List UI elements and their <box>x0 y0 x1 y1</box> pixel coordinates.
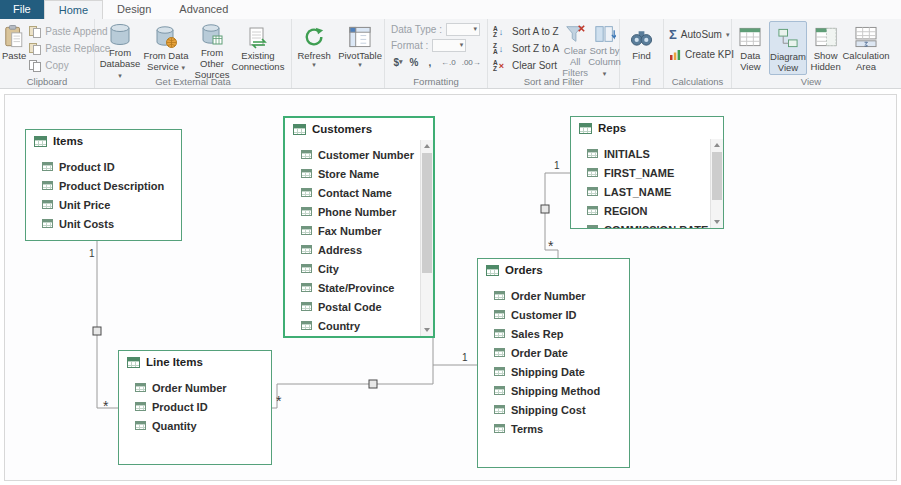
group-label-get-external-data: Get External Data <box>95 76 291 87</box>
data-view-button[interactable]: Data View <box>734 21 767 75</box>
table-icon <box>486 265 499 276</box>
field-row[interactable]: COMMISSION RATE <box>587 220 723 229</box>
paste-button[interactable]: Paste <box>2 21 26 75</box>
field-row[interactable]: Sales Rep <box>494 324 629 343</box>
field-row[interactable]: Unit Price <box>42 195 181 214</box>
field-grid-icon <box>587 206 598 215</box>
table-customers[interactable]: Customers Customer Number Store Name Con… <box>283 116 435 338</box>
sort-a-to-z-button[interactable]: AZ↓ Sort A to Z <box>490 24 562 39</box>
field-row[interactable]: Store Name <box>301 164 433 183</box>
field-row[interactable]: Contact Name <box>301 183 433 202</box>
scroll-up-icon[interactable] <box>421 140 433 152</box>
field-row[interactable]: LAST_NAME <box>587 182 723 201</box>
table-reps-header[interactable]: Reps <box>571 117 723 139</box>
table-items[interactable]: Items Product ID Product Description Uni… <box>25 129 182 241</box>
currency-format-button[interactable]: $▾ <box>391 55 405 70</box>
calculation-area-button[interactable]: Calculation Area <box>844 21 888 75</box>
field-row[interactable]: City <box>301 259 433 278</box>
field-row[interactable]: Unit Costs <box>42 214 181 233</box>
group-sort-filter: AZ↓ Sort A to Z ZA↓ Sort Z to A AZ× Clea… <box>488 19 620 88</box>
from-database-button[interactable]: From Database ▾ <box>97 21 143 75</box>
table-customers-header[interactable]: Customers <box>285 118 433 140</box>
field-row[interactable]: Address <box>301 240 433 259</box>
svg-text:1: 1 <box>554 160 560 171</box>
table-orders[interactable]: Orders Order Number Customer ID Sales Re… <box>477 258 630 468</box>
diagram-view-button[interactable]: Diagram View <box>769 21 808 75</box>
field-row[interactable]: Product ID <box>135 397 271 416</box>
field-row[interactable]: INITIALS <box>587 144 723 163</box>
sort-by-column-label-2: Column ▾ <box>588 56 621 78</box>
sort-by-column-button[interactable]: Sort by Column ▾ <box>588 21 621 75</box>
scroll-down-icon[interactable] <box>711 216 723 228</box>
clear-sort-icon: AZ× <box>493 60 508 72</box>
field-row[interactable]: Product ID <box>42 157 181 176</box>
increase-decimal-button[interactable]: .00→ <box>460 55 483 70</box>
data-type-dropdown[interactable]: ▾ <box>446 23 480 36</box>
scroll-down-icon[interactable] <box>421 324 433 336</box>
tab-home[interactable]: Home <box>44 0 103 19</box>
existing-connections-label-2: Connections <box>232 61 285 72</box>
clear-sort-button[interactable]: AZ× Clear Sort <box>490 58 562 73</box>
from-other-sources-button[interactable]: From Other Sources <box>189 21 235 75</box>
field-row[interactable]: Product Description <box>42 176 181 195</box>
field-row[interactable]: Shipping Cost <box>494 400 629 419</box>
show-hidden-button[interactable]: Show Hidden <box>809 21 842 75</box>
format-dropdown[interactable]: ▾ <box>432 39 466 52</box>
field-grid-icon <box>301 169 312 178</box>
percent-format-button[interactable]: % <box>407 55 421 70</box>
field-row[interactable]: Order Number <box>494 286 629 305</box>
relationship-orders-lineitems[interactable]: 1 * <box>272 352 477 409</box>
tab-design[interactable]: Design <box>103 0 165 19</box>
tab-file[interactable]: File <box>0 0 44 19</box>
create-kpi-button[interactable]: Create KPI <box>666 47 737 62</box>
group-label-view: View <box>732 76 890 87</box>
table-items-header[interactable]: Items <box>26 130 181 152</box>
field-row[interactable]: Country <box>301 316 433 335</box>
field-row[interactable]: Fax Number <box>301 221 433 240</box>
field-row[interactable]: Customer Number <box>301 145 433 164</box>
field-row[interactable]: Customer ID <box>494 305 629 324</box>
customers-scrollbar[interactable] <box>420 140 433 336</box>
field-grid-icon <box>494 329 505 338</box>
clear-all-filters-button[interactable]: Clear All Filters <box>562 21 588 75</box>
sort-z-to-a-button[interactable]: ZA↓ Sort Z to A <box>490 41 562 56</box>
scrollbar-thumb[interactable] <box>712 152 722 200</box>
table-orders-header[interactable]: Orders <box>478 259 629 281</box>
field-row[interactable]: Shipping Date <box>494 362 629 381</box>
field-grid-icon <box>301 226 312 235</box>
field-row[interactable]: Quantity <box>135 416 271 435</box>
field-grid-icon <box>301 245 312 254</box>
field-row[interactable]: Postal Code <box>301 297 433 316</box>
reps-scrollbar[interactable] <box>710 139 723 228</box>
diagram-canvas[interactable]: 1 * 1 * 1 * Items Product ID Produc <box>4 94 897 481</box>
refresh-button[interactable]: Refresh ▾ <box>294 21 334 75</box>
field-row[interactable]: Shipping Method <box>494 381 629 400</box>
from-data-service-button[interactable]: From Data Service ▾ <box>143 21 189 75</box>
decrease-decimal-button[interactable]: ←.0 <box>439 55 458 70</box>
table-reps[interactable]: Reps INITIALS FIRST_NAME LAST_NAME REGIO… <box>570 116 724 229</box>
data-view-icon <box>739 23 761 50</box>
show-hidden-label-2: Hidden <box>811 61 841 72</box>
field-row[interactable]: REGION <box>587 201 723 220</box>
relationship-items-lineitems[interactable]: 1 * <box>89 241 118 414</box>
field-row[interactable]: State/Province <box>301 278 433 297</box>
field-row[interactable]: FIRST_NAME <box>587 163 723 182</box>
relationship-reps-orders[interactable]: 1 * <box>541 160 570 258</box>
field-row[interactable]: Order Date <box>494 343 629 362</box>
pivottable-button[interactable]: PivotTable ▾ <box>338 21 382 75</box>
scrollbar-thumb[interactable] <box>422 153 432 273</box>
field-grid-icon <box>301 302 312 311</box>
tab-advanced[interactable]: Advanced <box>165 0 242 19</box>
field-row[interactable]: Phone Number <box>301 202 433 221</box>
scroll-up-icon[interactable] <box>711 139 723 151</box>
field-row[interactable]: Order Number <box>135 378 271 397</box>
table-line-items[interactable]: Line Items Order Number Product ID Quant… <box>118 350 272 465</box>
existing-connections-button[interactable]: Existing Connections <box>235 21 281 75</box>
find-button[interactable]: Find <box>622 21 661 75</box>
table-line-items-header[interactable]: Line Items <box>119 351 271 373</box>
field-grid-icon <box>587 187 598 196</box>
field-row[interactable]: Terms <box>494 419 629 438</box>
field-grid-icon <box>135 402 146 411</box>
autosum-button[interactable]: Σ AutoSum ▾ <box>666 27 737 42</box>
thousands-separator-button[interactable]: , <box>423 55 437 70</box>
